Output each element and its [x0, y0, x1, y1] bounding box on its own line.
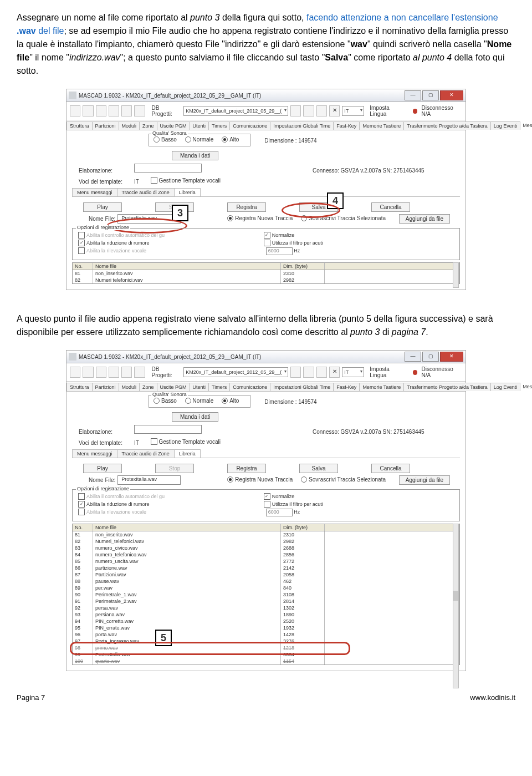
radio-alto[interactable]: Alto	[222, 136, 239, 143]
radio-normale[interactable]: Normale	[185, 398, 214, 404]
play-button[interactable]: Play	[83, 202, 122, 212]
toolbar-icon[interactable]	[303, 105, 314, 116]
toolbar-icon[interactable]	[134, 367, 145, 378]
subtab[interactable]: Menu messaggi	[72, 449, 117, 458]
toolbar-icon[interactable]	[316, 105, 327, 116]
db-combo[interactable]: KM20x_IT_default_project_2012_05_29__(	[183, 367, 288, 377]
registra-button[interactable]: Registra	[227, 464, 266, 473]
main-tab[interactable]: Moduli	[119, 383, 140, 391]
main-tab[interactable]: Uscite PGM	[157, 121, 190, 130]
table-row[interactable]: 95PIN_errato.wav1932	[73, 625, 459, 631]
imposta-lingua[interactable]: Imposta Lingua	[370, 366, 406, 378]
table-row[interactable]: 82Numeri_telefonici.wav2982	[73, 538, 459, 545]
table-row[interactable]: 96porta.wav1428	[73, 631, 459, 638]
opt2-check[interactable]: Abilita la riduzione di rumore	[78, 240, 262, 246]
radio-alto[interactable]: Alto	[222, 398, 239, 404]
table-row[interactable]: 88pause.wav462	[73, 578, 459, 585]
imposta-lingua[interactable]: Imposta Lingua	[370, 105, 406, 117]
toolbar-icon[interactable]: ✕	[329, 105, 340, 116]
main-tab[interactable]: Log Eventi	[490, 121, 521, 130]
toolbar-icon[interactable]	[303, 367, 314, 378]
table-row[interactable]: 85numero_uscita.wav2772	[73, 558, 459, 565]
toolbar-icon[interactable]	[134, 105, 145, 116]
main-tab[interactable]: Zone	[139, 383, 157, 391]
main-tab[interactable]: Comunicazione	[229, 383, 270, 391]
main-tab[interactable]: Timers	[208, 121, 230, 130]
subtab[interactable]: Libreria	[174, 188, 201, 196]
toolbar-icon[interactable]	[121, 367, 132, 378]
table-row[interactable]: 94PIN_corretto.wav2520	[73, 618, 459, 625]
toolbar-icon[interactable]	[96, 367, 106, 378]
main-tab[interactable]: Zone	[139, 121, 157, 130]
toolbar-icon[interactable]	[316, 367, 327, 378]
aggiungi-button[interactable]: Aggiungi da file	[399, 475, 450, 485]
main-tab[interactable]: Impostazioni Globali Time	[270, 383, 334, 391]
close-button[interactable]: ✕	[440, 90, 463, 100]
table-row[interactable]: 90Perimetrale_1.wav3108	[73, 591, 459, 598]
toolbar-icon[interactable]	[290, 367, 301, 378]
stop-button[interactable]: Stop	[155, 464, 194, 473]
gestione-check[interactable]: Gestione Template vocali	[151, 438, 221, 445]
minimize-button[interactable]: —	[405, 90, 421, 100]
main-tab[interactable]: Memorie Tastiere	[359, 121, 404, 130]
aggiungi-button[interactable]: Aggiungi da file	[399, 214, 450, 224]
main-tab[interactable]: Partizioni	[92, 121, 119, 130]
lang-combo[interactable]: IT	[342, 106, 364, 116]
lang-combo[interactable]: IT	[342, 367, 364, 377]
toolbar-icon[interactable]	[109, 105, 119, 116]
main-tab[interactable]: Partizioni	[92, 383, 119, 391]
main-tab[interactable]: Comunicazione	[229, 121, 270, 130]
table-row[interactable]: 89per.wav840	[73, 585, 459, 591]
main-tab[interactable]: Struttura	[66, 383, 93, 391]
table-row[interactable]: 81non_inserito.wav2310	[73, 531, 459, 538]
toolbar-icon[interactable]	[109, 367, 119, 378]
cancella-button[interactable]: Cancella	[371, 464, 410, 473]
radio-sovrascrivi[interactable]: Sovrascrivi Traccia Selezionata	[301, 476, 386, 483]
radio-basso[interactable]: Basso	[154, 136, 177, 143]
table-row[interactable]: 93persiana.wav1890	[73, 611, 459, 618]
radio-registra-nuova[interactable]: Registra Nuova Traccia	[227, 215, 293, 221]
normalize-check[interactable]: Normalize	[264, 232, 448, 239]
filtro-check[interactable]: Utilizza il filtro per acuti	[264, 501, 448, 508]
table-row[interactable]: 87Partizioni.wav2058	[73, 571, 459, 578]
maximize-button[interactable]: ▢	[422, 352, 439, 362]
toolbar-icon[interactable]	[83, 105, 93, 116]
main-tab[interactable]: Utenti	[190, 121, 209, 130]
table-row[interactable]: 82Numeri telefonici.wav2982	[73, 277, 459, 283]
filtro-check[interactable]: Utilizza il filtro per acuti	[264, 240, 448, 246]
main-tab[interactable]: Impostazioni Globali Time	[270, 121, 334, 130]
subtab[interactable]: Traccie audio di Zone	[117, 449, 175, 458]
table-row[interactable]: 91Perimetrale_2.wav2814	[73, 598, 459, 605]
subtab[interactable]: Traccie audio di Zone	[117, 188, 175, 196]
cancella-button[interactable]: Cancella	[371, 202, 410, 212]
main-tab[interactable]: Log Eventi	[490, 383, 521, 391]
table-row[interactable]: 84numero_telefonico.wav2856	[73, 551, 459, 558]
main-tab[interactable]: Uscite PGM	[157, 383, 190, 391]
main-tab[interactable]: Fast-Key	[333, 121, 360, 130]
main-tab[interactable]: Fast-Key	[333, 383, 360, 391]
radio-registra-nuova[interactable]: Registra Nuova Traccia	[227, 476, 293, 483]
subtab[interactable]: Libreria	[174, 449, 201, 458]
registra-button[interactable]: Registra	[227, 202, 266, 212]
manda-button[interactable]: Manda i dati	[172, 412, 218, 422]
subtab[interactable]: Menu messaggi	[72, 188, 117, 196]
toolbar-icon[interactable]: ✕	[329, 367, 340, 378]
table-row[interactable]: 100quarto.wav1154	[73, 658, 459, 665]
toolbar-icon[interactable]	[70, 367, 80, 378]
radio-normale[interactable]: Normale	[185, 136, 214, 143]
main-tab[interactable]: Trasferimento Progetto a/da Tastiera	[403, 383, 491, 391]
opt2-check[interactable]: Abilita la riduzione di rumore	[78, 501, 262, 508]
main-tab[interactable]: Struttura	[66, 121, 93, 130]
table-row[interactable]: 92persa.wav1302	[73, 605, 459, 611]
toolbar-icon[interactable]	[290, 105, 301, 116]
main-tab[interactable]: Utenti	[190, 383, 209, 391]
minimize-button[interactable]: —	[405, 352, 421, 362]
main-tab[interactable]: Memorie Tastiere	[359, 383, 404, 391]
main-tab[interactable]: Trasferimento Progetto a/da Tastiera	[403, 121, 491, 130]
toolbar-icon[interactable]	[83, 367, 93, 378]
salva-button[interactable]: Salva	[299, 464, 338, 473]
toolbar-icon[interactable]	[121, 105, 132, 116]
manda-button[interactable]: Manda i dati	[172, 151, 218, 160]
table-row[interactable]: 83numero_civico.wav2688	[73, 545, 459, 551]
radio-basso[interactable]: Basso	[154, 398, 177, 404]
